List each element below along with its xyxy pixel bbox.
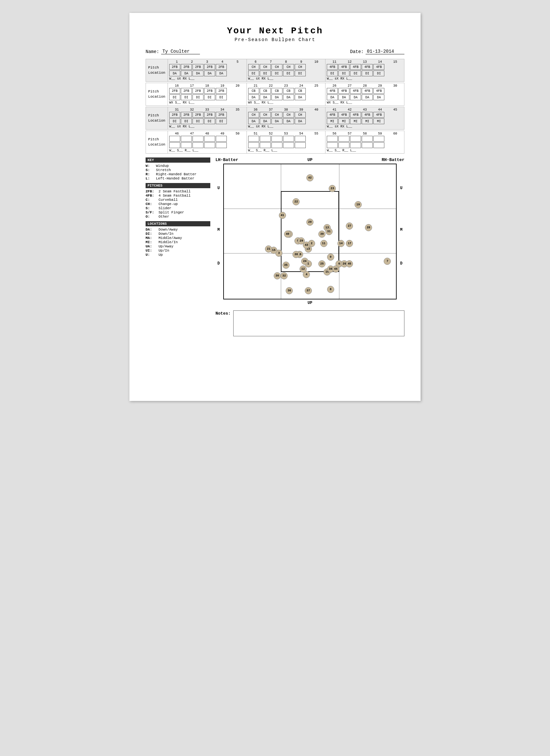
location-abbr: U: — [145, 253, 157, 257]
pitch-cell: 2FB — [169, 64, 180, 70]
pitch-dot-20: 20 — [307, 219, 314, 226]
pitch-item: O:Other — [145, 215, 210, 219]
location-cell: DI — [192, 118, 203, 124]
pitch-cell: CB — [283, 88, 294, 94]
pitch-dot-32: 32 — [281, 272, 288, 279]
pitch-dot-23: 23 — [329, 185, 336, 192]
location-cell: DI — [248, 70, 259, 76]
wsrl-2-2: W__ sX RX L__ — [327, 125, 403, 128]
page: Your Next Pitch Pre-Season Bullpen Chart… — [129, 13, 421, 401]
pitch-cell: 4FB — [339, 88, 350, 94]
pitch-cell: 2FB — [181, 64, 192, 70]
location-desc: Up/Away — [158, 244, 173, 248]
pitch-row-1: PitchLocation16171819202FB2FB2FB2FB2FBDI… — [145, 83, 404, 106]
wsrl-0-2: W__ sX RX L__ — [327, 77, 403, 81]
pitch-cell — [339, 136, 350, 142]
pitch-cell: 2FB — [204, 88, 215, 94]
pitch-abbr: 2FB: — [145, 189, 157, 193]
pitch-cell: 2FB — [192, 112, 203, 118]
pitch-group-1-2: 26272829304FB4FB4FB4FB4FBDADADADADAWX S_… — [326, 83, 404, 105]
key-abbr: L: — [145, 177, 155, 180]
wsrl-0-1: W__ sX RX L__ — [248, 77, 324, 81]
wsrl-3-1: W__ S__ R__ L__ — [248, 149, 324, 152]
pitch-cell — [283, 136, 294, 142]
location-cell: DA — [271, 94, 283, 100]
pitch-row-label-0: PitchLocation — [146, 59, 168, 81]
key-item: S:Stretch — [145, 168, 210, 172]
location-cell: DI — [260, 70, 271, 76]
pitch-cell: 2FB — [192, 64, 203, 70]
pitch-cell — [260, 136, 271, 142]
pitches-items: 2FB:2 Seam Fastball4FB:4 Seam FastballC:… — [145, 189, 210, 219]
location-cell: DI — [271, 70, 283, 76]
wsrl-2-1: W__ sX RX L__ — [248, 125, 324, 128]
location-cell: DI — [169, 94, 180, 100]
key-abbr: R: — [145, 172, 155, 176]
pitch-row-label-2: PitchLocation — [146, 107, 168, 129]
pitch-cell: CB — [271, 88, 283, 94]
location-cell — [216, 142, 227, 148]
wsrl-1-1: WX S__ RX L__ — [248, 101, 324, 104]
d-label-right: D — [400, 261, 403, 266]
key-abbr: W: — [145, 164, 155, 168]
location-cell — [248, 142, 259, 148]
pitch-cell — [216, 136, 227, 142]
pitch-group-3-0: 4647484950W__ S__ R__ L__ — [168, 131, 247, 153]
location-cell: DA — [339, 94, 350, 100]
pitch-group-0-1: 678910CHCHCHCHCHDIDIDIDIDIW__ sX RX L__ — [247, 59, 326, 81]
pitch-dot-38: 38 — [293, 251, 300, 258]
location-cell — [373, 142, 384, 148]
pitches-header: PITCHES — [145, 183, 210, 188]
pitch-dot-14: 14 — [338, 240, 345, 247]
name-label: Name: — [145, 49, 159, 54]
date-value: 01-13-2014 — [366, 49, 404, 54]
key-item: W:Windup — [145, 164, 210, 168]
pitch-dot-7: 7 — [384, 258, 391, 265]
location-cell — [260, 142, 271, 148]
wsrl-1-2: WX S__ RX L__ — [327, 101, 403, 104]
bottom-section: KEY W:WindupS:StretchR:Right-Handed Batt… — [145, 157, 404, 336]
pitch-cell — [181, 136, 192, 142]
pitch-cell: CH — [271, 112, 283, 118]
location-cell: MI — [339, 118, 350, 124]
pitch-dot-45: 45 — [346, 260, 353, 267]
pitch-abbr: S/F: — [145, 211, 157, 214]
pitch-cell: 2FB — [192, 88, 203, 94]
location-cell: DA — [295, 94, 306, 100]
pitch-group-2-1: 3637383940CHCHCHCHCHDADADADADAW__ sX RX … — [247, 107, 326, 129]
notes-box[interactable] — [233, 310, 404, 336]
location-cell: DI — [295, 70, 306, 76]
pitch-cell: CH — [283, 112, 294, 118]
pitch-row-3: PitchLocation4647484950W__ S__ R__ L__51… — [145, 131, 404, 154]
location-cell: DA — [283, 94, 294, 100]
left-panel: KEY W:WindupS:StretchR:Right-Handed Batt… — [145, 157, 210, 336]
location-cell: MI — [350, 118, 361, 124]
location-abbr: MA: — [145, 236, 157, 240]
pitch-cell: CB — [295, 88, 306, 94]
location-cell — [169, 142, 180, 148]
location-cell: DI — [181, 94, 192, 100]
pitch-dot-27: 27 — [346, 222, 353, 230]
pitch-cell: CB — [248, 88, 259, 94]
location-item: MA:Middle/Away — [145, 236, 210, 240]
pitch-abbr: C: — [145, 198, 157, 202]
pitch-dot-12: 12 — [300, 265, 307, 273]
location-cell — [295, 142, 306, 148]
location-cell — [181, 142, 192, 148]
location-desc: Down/In — [158, 232, 173, 236]
pitch-dot-42: 42 — [307, 174, 314, 181]
pitch-desc: Other — [158, 215, 169, 219]
key-item: R:Right-Handed Batter — [145, 172, 210, 176]
pitch-cell: 4FB — [362, 112, 373, 118]
pitch-group-0-0: 123452FB2FB2FB2FB2FBDADADADADAW__ sX RX … — [168, 59, 247, 81]
rh-batter-label: RH-Batter — [382, 157, 404, 162]
location-cell — [339, 142, 350, 148]
location-item: DA:Down/Away — [145, 228, 210, 232]
pitch-cell: CH — [271, 64, 283, 70]
pitch-dot-9: 9 — [327, 254, 334, 261]
location-cell: DI — [373, 70, 384, 76]
location-cell — [192, 142, 203, 148]
pitch-cell — [350, 136, 361, 142]
locations-header: LOCATIONS — [145, 221, 210, 226]
pitch-item: C:Curveball — [145, 198, 210, 202]
